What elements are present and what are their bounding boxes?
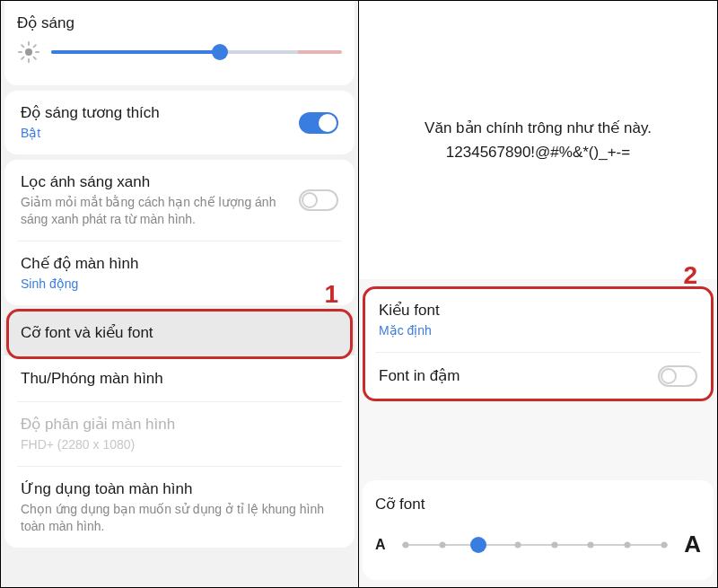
font-size-large-a: A (684, 531, 701, 558)
font-size-small-a: A (375, 537, 386, 553)
font-settings-screen: Văn bản chính trông như thế này. 1234567… (359, 1, 717, 587)
bluelight-sub: Giảm mỏi mắt bằng cách hạn chế lượng ánh… (21, 194, 290, 228)
font-and-zoom-card: Cỡ font và kiểu font Thu/Phóng màn hình … (4, 311, 355, 548)
bluelight-title: Lọc ánh sáng xanh (21, 172, 290, 192)
font-style-status: Mặc định (379, 322, 688, 339)
font-style-row[interactable]: Kiểu font Mặc định (363, 288, 714, 352)
sun-icon (19, 42, 39, 62)
fullscreen-apps-row[interactable]: Ứng dụng toàn màn hình Chọn ứng dụng bạn… (4, 467, 355, 548)
adaptive-brightness-row[interactable]: Độ sáng tương thích Bật (4, 91, 355, 154)
adaptive-brightness-toggle[interactable] (299, 112, 338, 134)
brightness-slider[interactable] (51, 43, 342, 61)
font-size-style-row[interactable]: Cỡ font và kiểu font (4, 311, 355, 355)
preview-line-2: 1234567890!@#%&*()_+-= (446, 140, 630, 164)
font-size-label: Cỡ font (375, 495, 701, 514)
bold-font-title: Font in đậm (379, 366, 649, 386)
font-style-card: Kiểu font Mặc định Font in đậm (363, 288, 714, 399)
brightness-label: Độ sáng (17, 13, 342, 33)
bold-font-row[interactable]: Font in đậm (363, 353, 714, 399)
resolution-row: Độ phân giải màn hình FHD+ (2280 x 1080) (4, 402, 355, 466)
resolution-title: Độ phân giải màn hình (21, 415, 329, 434)
screen-zoom-row[interactable]: Thu/Phóng màn hình (4, 356, 355, 401)
bluelight-row[interactable]: Lọc ánh sáng xanh Giảm mỏi mắt bằng cách… (4, 160, 355, 241)
font-preview: Văn bản chính trông như thế này. 1234567… (359, 1, 717, 279)
fullscreen-apps-title: Ứng dụng toàn màn hình (21, 479, 329, 499)
resolution-sub: FHD+ (2280 x 1080) (21, 436, 329, 453)
font-size-section: Cỡ font A A (363, 480, 714, 580)
font-size-slider[interactable]: A A (375, 531, 701, 558)
adaptive-brightness-title: Độ sáng tương thích (21, 103, 290, 123)
screen-zoom-title: Thu/Phóng màn hình (21, 369, 329, 389)
bold-font-toggle[interactable] (658, 365, 697, 387)
font-style-title: Kiểu font (379, 301, 688, 320)
screen-mode-row[interactable]: Chế độ màn hình Sinh động (4, 241, 355, 305)
bluelight-toggle[interactable] (299, 189, 338, 211)
adaptive-brightness-status: Bật (21, 125, 290, 142)
display-settings-screen: Độ sáng (1, 1, 359, 587)
fullscreen-apps-sub: Chọn ứng dụng bạn muốn sử dụng ở tỉ lệ k… (21, 501, 329, 535)
font-size-style-title: Cỡ font và kiểu font (21, 323, 329, 343)
brightness-section: Độ sáng (4, 1, 355, 85)
bluelight-and-mode-card: Lọc ánh sáng xanh Giảm mỏi mắt bằng cách… (4, 160, 355, 305)
preview-line-1: Văn bản chính trông như thế này. (425, 116, 652, 140)
screen-mode-title: Chế độ màn hình (21, 254, 329, 274)
screen-mode-status: Sinh động (21, 276, 329, 293)
